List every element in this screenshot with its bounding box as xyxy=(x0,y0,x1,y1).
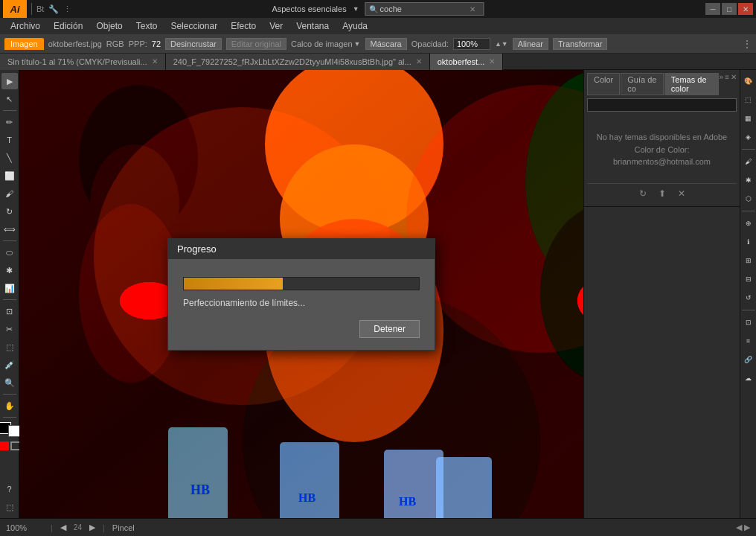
panel-controls: » ≡ ✕ xyxy=(720,73,737,95)
editar-original-button[interactable]: Editar original xyxy=(226,38,286,50)
tool-zoom[interactable]: 🔍 xyxy=(1,374,18,391)
doc-tab-1[interactable]: 240_F_79227252_fRJxLbLtXZzw2D2tyyuMI4i58… xyxy=(166,54,430,70)
close-button[interactable]: ✕ xyxy=(738,3,753,15)
desincrustar-button[interactable]: Desincrustar xyxy=(165,38,222,50)
panel-close-icon[interactable]: ✕ xyxy=(731,73,737,95)
tool-question[interactable]: ? xyxy=(1,481,18,497)
far-right-toolbar: 🎨 ⬚ ▦ ◈ 🖌 ✱ ⬡ ⊕ ℹ ⊞ ⊟ ↺ ⊡ ≡ 🔗 ☁ xyxy=(740,70,756,518)
stop-button[interactable]: Detener xyxy=(359,320,420,338)
tool-width[interactable]: ⬭ xyxy=(1,244,18,261)
panel-expand-icon[interactable]: » xyxy=(720,73,724,95)
tool-type[interactable]: T xyxy=(1,132,18,148)
tool-pen[interactable]: ✏ xyxy=(1,114,18,130)
tool-sep-5 xyxy=(3,417,16,418)
panel-close-panel-icon[interactable]: ✕ xyxy=(675,187,688,200)
doc-tab-close-2[interactable]: ✕ xyxy=(489,57,495,66)
tool-paint[interactable]: 🖌 xyxy=(1,185,18,202)
far-right-brush[interactable]: 🖌 xyxy=(740,153,757,170)
far-right-info[interactable]: ℹ xyxy=(740,234,757,250)
tool-mirror[interactable]: ⟺ xyxy=(1,221,18,237)
menu-efecto[interactable]: Efecto xyxy=(225,19,262,33)
right-panel: Color Guía de co Temas de color » ≡ ✕ No… xyxy=(583,70,740,518)
search-input[interactable] xyxy=(380,4,470,13)
status-arrow-right[interactable]: ▶ xyxy=(89,523,95,532)
menu-bar: Archivo Edición Objeto Texto Seleccionar… xyxy=(0,18,756,34)
panel-menu-icon[interactable]: ≡ xyxy=(725,73,729,95)
doc-tab-close-1[interactable]: ✕ xyxy=(416,57,422,66)
far-right-links[interactable]: 🔗 xyxy=(740,351,757,368)
status-icon-1[interactable]: ◀ xyxy=(736,523,742,532)
tool-gradient[interactable]: ⬚ xyxy=(1,339,18,355)
menu-texto[interactable]: Texto xyxy=(130,19,164,33)
panel-refresh-icon[interactable]: ↻ xyxy=(636,187,650,200)
tool-symbol[interactable]: ✱ xyxy=(1,262,18,278)
menu-seleccionar[interactable]: Seleccionar xyxy=(164,19,223,33)
extra-icon: ⋮ xyxy=(743,39,752,49)
far-right-graphic[interactable]: ⬡ xyxy=(740,191,757,207)
tool-eyedropper[interactable]: 💉 xyxy=(1,357,18,373)
far-right-pathfinder[interactable]: ⊟ xyxy=(740,271,757,287)
fill-icon[interactable] xyxy=(0,441,9,450)
far-right-layers[interactable]: ≡ xyxy=(740,333,757,349)
tool-artboard[interactable]: ⊡ xyxy=(1,303,18,319)
tool-hand[interactable]: ✋ xyxy=(1,398,18,414)
maximize-button[interactable]: □ xyxy=(722,3,737,15)
far-right-transform[interactable]: ↺ xyxy=(740,290,757,306)
far-right-stroke[interactable]: ⬚ xyxy=(740,92,757,108)
tool-slice[interactable]: ✂ xyxy=(1,321,18,337)
search-bar[interactable]: 🔍 ✕ xyxy=(365,2,484,16)
tool-rect[interactable]: ⬜ xyxy=(1,168,18,184)
menu-edicion[interactable]: Edición xyxy=(48,19,89,33)
menu-ver[interactable]: Ver xyxy=(263,19,289,33)
background-color[interactable] xyxy=(8,425,20,437)
status-zoom[interactable]: 100% xyxy=(6,523,43,532)
tool-rotate[interactable]: ↻ xyxy=(1,203,18,220)
tool-screen[interactable]: ⬚ xyxy=(1,499,18,515)
progress-overlay: Progreso Perfeccionamiento de límites...… xyxy=(19,70,583,518)
tool-select[interactable]: ▶ xyxy=(1,73,18,89)
options-imagen-tab[interactable]: Imagen xyxy=(4,38,44,50)
title-extra: Bt xyxy=(36,4,44,13)
doc-tab-close-0[interactable]: ✕ xyxy=(152,57,158,66)
panel-tab-temas[interactable]: Temas de color xyxy=(664,73,719,95)
tool-sep-1 xyxy=(3,110,16,111)
status-info: 24 xyxy=(74,523,82,532)
search-clear-icon[interactable]: ✕ xyxy=(470,5,475,13)
workspace-label[interactable]: Aspectos esenciales xyxy=(272,4,346,13)
far-right-cc[interactable]: ☁ xyxy=(740,370,757,386)
tool-direct-select[interactable]: ↖ xyxy=(1,91,18,107)
far-right-transparency[interactable]: ◈ xyxy=(740,129,757,145)
far-right-gradient[interactable]: ▦ xyxy=(740,110,757,127)
main-area: ▶ ↖ ✏ T ╲ ⬜ 🖌 ↻ ⟺ ⬭ ✱ 📊 ⊡ ✂ ⬚ 💉 🔍 ✋ ? ⬚ xyxy=(0,70,756,518)
panel-tab-guia[interactable]: Guía de co xyxy=(621,73,664,95)
panel-search-input[interactable] xyxy=(587,98,737,112)
minimize-button[interactable]: ─ xyxy=(705,3,720,15)
transformar-button[interactable]: Transformar xyxy=(553,38,608,50)
status-icon-2[interactable]: ▶ xyxy=(744,523,750,532)
opacidad-stepper-icon[interactable]: ▲▼ xyxy=(495,40,508,48)
menu-ayuda[interactable]: Ayuda xyxy=(336,19,374,33)
title-extra3: ⋮ xyxy=(63,4,71,14)
doc-tab-0[interactable]: Sin título-1 al 71% (CMYK/Previsuali... … xyxy=(0,54,166,70)
far-right-artboards[interactable]: ⊡ xyxy=(740,314,757,331)
menu-objeto[interactable]: Objeto xyxy=(90,19,128,33)
far-right-navigator[interactable]: ⊕ xyxy=(740,215,757,232)
menu-archivo[interactable]: Archivo xyxy=(4,19,46,33)
calco-dropdown-icon[interactable]: ▼ xyxy=(354,40,361,48)
alinear-button[interactable]: Alinear xyxy=(513,38,548,50)
mascara-button[interactable]: Máscara xyxy=(365,38,407,50)
opacidad-input[interactable] xyxy=(453,38,490,50)
workspace-dropdown-icon[interactable]: ▼ xyxy=(353,5,359,13)
search-icon: 🔍 xyxy=(369,5,378,13)
far-right-color[interactable]: 🎨 xyxy=(740,73,757,89)
status-tool-label: Pincel xyxy=(112,523,135,532)
tool-line[interactable]: ╲ xyxy=(1,150,18,166)
far-right-align[interactable]: ⊞ xyxy=(740,252,757,269)
status-arrow-left[interactable]: ◀ xyxy=(60,523,66,532)
panel-share-icon[interactable]: ⬆ xyxy=(656,187,669,200)
menu-ventana[interactable]: Ventana xyxy=(290,19,335,33)
far-right-symbol[interactable]: ✱ xyxy=(740,172,757,188)
tool-column[interactable]: 📊 xyxy=(1,280,18,296)
doc-tab-2[interactable]: oktoberfest... ✕ xyxy=(430,54,504,70)
panel-tab-color[interactable]: Color xyxy=(587,73,620,95)
